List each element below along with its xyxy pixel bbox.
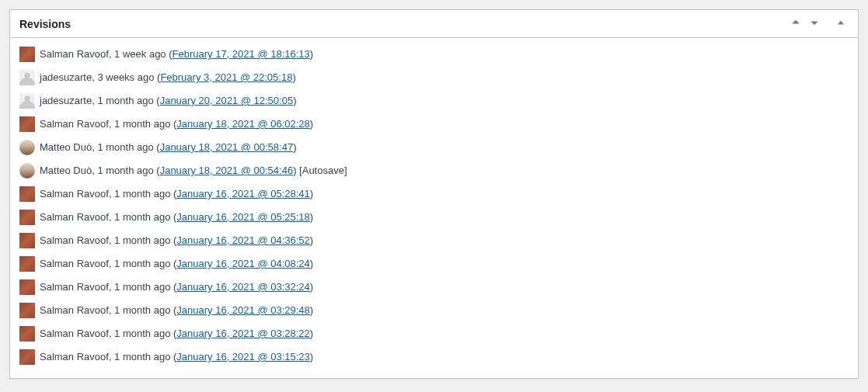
revision-author-relative: jadesuzarte, 1 month ago (: [40, 95, 160, 106]
revision-close-paren: ): [293, 141, 296, 153]
revision-text: Salman Ravoof, 1 month ago (January 16, …: [40, 349, 313, 365]
revision-close-paren: ): [292, 71, 295, 83]
revision-item: Salman Ravoof, 1 month ago (January 16, …: [19, 252, 858, 276]
revision-author-relative: Matteo Duò, 1 month ago (: [40, 141, 160, 153]
revision-author-relative: Salman Ravoof, 1 month ago (: [40, 258, 176, 269]
avatar: [19, 116, 35, 132]
revision-item: jadesuzarte, 1 month ago (January 20, 20…: [19, 89, 858, 113]
avatar: [19, 93, 35, 109]
revision-text: Matteo Duò, 1 month ago (January 18, 202…: [40, 140, 297, 155]
revision-text: Salman Ravoof, 1 month ago (January 16, …: [40, 186, 313, 202]
move-down-button[interactable]: [807, 15, 822, 33]
revision-close-paren: ): [310, 304, 313, 316]
revision-item: Matteo Duò, 1 month ago (January 18, 202…: [19, 159, 858, 182]
revision-author-relative: jadesuzarte, 3 weeks ago (: [40, 71, 160, 83]
revision-link[interactable]: January 16, 2021 @ 03:32:24: [176, 281, 310, 293]
panel-actions: [788, 15, 858, 33]
panel-title: Revisions: [10, 12, 80, 36]
revisions-panel: Revisions Salman Ravoof, 1 week ago (Feb…: [9, 9, 859, 379]
avatar: [19, 303, 35, 318]
revision-close-paren: ): [310, 211, 313, 223]
revision-close-paren: ): [293, 95, 296, 106]
revision-link[interactable]: January 16, 2021 @ 05:28:41: [176, 188, 310, 199]
chevron-down-icon: [808, 16, 821, 31]
panel-body: Salman Ravoof, 1 week ago (February 17, …: [10, 38, 858, 378]
revision-author-relative: Salman Ravoof, 1 month ago (: [40, 328, 176, 339]
revision-link[interactable]: January 20, 2021 @ 12:50:05: [160, 95, 294, 106]
revision-link[interactable]: February 3, 2021 @ 22:05:18: [160, 71, 292, 83]
revision-close-paren: ): [310, 118, 313, 130]
revision-close-paren: ): [310, 328, 313, 339]
revision-item: Salman Ravoof, 1 month ago (January 16, …: [19, 182, 858, 206]
revisions-list: Salman Ravoof, 1 week ago (February 17, …: [19, 43, 858, 369]
revision-author-relative: Salman Ravoof, 1 month ago (: [40, 211, 176, 223]
revision-text: Salman Ravoof, 1 month ago (January 16, …: [40, 210, 313, 225]
avatar: [19, 140, 35, 155]
avatar: [19, 279, 35, 295]
toggle-panel-button[interactable]: [833, 15, 849, 33]
revision-text: Matteo Duò, 1 month ago (January 18, 202…: [40, 163, 347, 179]
revision-item: jadesuzarte, 3 weeks ago (February 3, 20…: [19, 66, 858, 89]
revision-close-paren: ): [310, 234, 313, 246]
revision-item: Salman Ravoof, 1 month ago (January 16, …: [19, 229, 858, 252]
revision-link[interactable]: January 16, 2021 @ 04:08:24: [176, 258, 310, 269]
revision-text: Salman Ravoof, 1 month ago (January 16, …: [40, 303, 313, 318]
revision-text: jadesuzarte, 1 month ago (January 20, 20…: [40, 93, 297, 109]
revision-author-relative: Salman Ravoof, 1 month ago (: [40, 304, 176, 316]
revision-text: jadesuzarte, 3 weeks ago (February 3, 20…: [40, 70, 296, 85]
revision-item: Salman Ravoof, 1 month ago (January 16, …: [19, 322, 858, 345]
avatar: [19, 163, 35, 179]
avatar: [19, 256, 35, 272]
revision-author-relative: Salman Ravoof, 1 month ago (: [40, 351, 176, 363]
revision-item: Salman Ravoof, 1 month ago (January 16, …: [19, 345, 858, 369]
revision-link[interactable]: January 16, 2021 @ 05:25:18: [176, 211, 310, 223]
revision-close-paren: ): [310, 258, 313, 269]
revision-item: Salman Ravoof, 1 month ago (January 16, …: [19, 206, 858, 229]
revision-item: Salman Ravoof, 1 month ago (January 18, …: [19, 113, 858, 136]
revision-close-paren: ): [310, 188, 313, 199]
revision-text: Salman Ravoof, 1 week ago (February 17, …: [40, 47, 313, 62]
revision-author-relative: Salman Ravoof, 1 week ago (: [40, 48, 173, 60]
revision-item: Salman Ravoof, 1 month ago (January 16, …: [19, 276, 858, 299]
revision-author-relative: Salman Ravoof, 1 month ago (: [40, 234, 176, 246]
revision-item: Salman Ravoof, 1 month ago (January 16, …: [19, 299, 858, 322]
revision-item: Matteo Duò, 1 month ago (January 18, 202…: [19, 136, 858, 159]
revision-close-paren: ): [310, 281, 313, 293]
revision-link[interactable]: January 18, 2021 @ 00:58:47: [160, 141, 294, 153]
avatar: [19, 186, 35, 202]
revision-suffix: [Autosave]: [297, 165, 347, 176]
chevron-up-icon: [790, 16, 802, 31]
revision-text: Salman Ravoof, 1 month ago (January 16, …: [40, 256, 313, 272]
revision-close-paren: ): [310, 48, 313, 60]
revision-text: Salman Ravoof, 1 month ago (January 16, …: [40, 233, 313, 248]
avatar: [19, 70, 35, 85]
revision-link[interactable]: January 16, 2021 @ 04:36:52: [176, 234, 310, 246]
revision-author-relative: Salman Ravoof, 1 month ago (: [40, 188, 176, 199]
revision-author-relative: Salman Ravoof, 1 month ago (: [40, 118, 176, 130]
avatar: [19, 47, 35, 62]
revision-link[interactable]: January 16, 2021 @ 03:28:22: [176, 328, 310, 339]
revision-link[interactable]: January 18, 2021 @ 00:54:46: [160, 165, 294, 176]
revision-link[interactable]: January 16, 2021 @ 03:15:23: [176, 351, 310, 363]
revision-item: Salman Ravoof, 1 week ago (February 17, …: [19, 43, 858, 66]
revision-text: Salman Ravoof, 1 month ago (January 16, …: [40, 279, 313, 295]
revision-close-paren: ): [310, 351, 313, 363]
revision-author-relative: Salman Ravoof, 1 month ago (: [40, 281, 176, 293]
revision-text: Salman Ravoof, 1 month ago (January 16, …: [40, 326, 313, 342]
revision-link[interactable]: February 17, 2021 @ 18:16:13: [173, 48, 310, 60]
avatar: [19, 349, 35, 365]
revision-link[interactable]: January 16, 2021 @ 03:29:48: [176, 304, 310, 316]
revision-link[interactable]: January 18, 2021 @ 06:02:28: [176, 118, 310, 130]
avatar: [19, 233, 35, 248]
move-up-button[interactable]: [788, 15, 804, 33]
panel-header: Revisions: [10, 10, 858, 38]
caret-up-icon: [835, 16, 847, 31]
revision-text: Salman Ravoof, 1 month ago (January 18, …: [40, 116, 313, 132]
revision-author-relative: Matteo Duò, 1 month ago (: [40, 165, 160, 176]
avatar: [19, 326, 35, 342]
avatar: [19, 210, 35, 225]
